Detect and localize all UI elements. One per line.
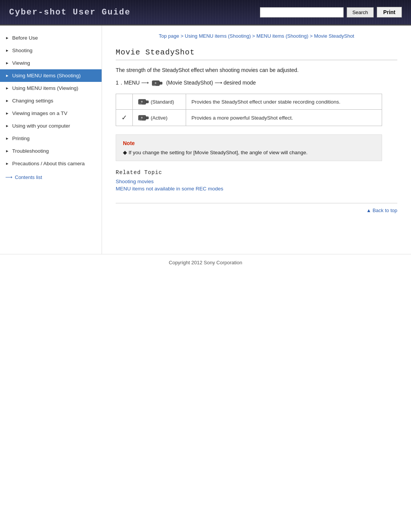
- sidebar-item-5[interactable]: ►Changing settings: [0, 94, 102, 107]
- table-cell-check-0: [116, 94, 133, 110]
- sidebar-arrow-6: ►: [5, 111, 9, 115]
- sidebar-label-2: Viewing: [12, 60, 30, 66]
- table-cell-check-1: ✓: [116, 110, 133, 126]
- sidebar-arrow-2: ►: [5, 61, 9, 65]
- main-layout: ►Before Use►Shooting►Viewing►Using MENU …: [0, 26, 411, 254]
- arrow-sym-1: ⟶: [141, 80, 149, 86]
- svg-text:STD: STD: [153, 85, 156, 86]
- sidebar-item-7[interactable]: ►Using with your computer: [0, 120, 102, 132]
- sidebar-item-6[interactable]: ►Viewing images on a TV: [0, 107, 102, 120]
- mode-label-1: (Active): [151, 115, 167, 121]
- arrow-sym-2: ⟶: [215, 80, 222, 86]
- table-cell-icon-0: STD (Standard): [133, 94, 186, 110]
- sidebar-item-4[interactable]: ►Using MENU items (Viewing): [0, 82, 102, 94]
- related-link-1[interactable]: MENU items not available in some REC mod…: [116, 186, 397, 192]
- breadcrumb-menu-items-shooting[interactable]: MENU items (Shooting): [256, 33, 309, 39]
- svg-rect-6: [146, 101, 148, 103]
- steadyshot-table-icon-0: STD: [138, 98, 150, 105]
- svg-point-13: [141, 117, 143, 118]
- sidebar-arrow-7: ►: [5, 124, 9, 128]
- note-item-0: If you change the setting for [Movie Ste…: [123, 149, 375, 155]
- note-list: If you change the setting for [Movie Ste…: [123, 149, 375, 155]
- sidebar-label-3: Using MENU items (Shooting): [12, 73, 81, 78]
- sidebar-arrow-8: ►: [5, 136, 9, 141]
- sidebar-item-0[interactable]: ►Before Use: [0, 32, 102, 44]
- sidebar-arrow-1: ►: [5, 48, 9, 53]
- related-links: Shooting moviesMENU items not available …: [116, 179, 397, 192]
- sidebar-label-5: Changing settings: [12, 98, 53, 104]
- sidebar-item-10[interactable]: ►Precautions / About this camera: [0, 157, 102, 170]
- related-topic-title: Related Topic: [116, 169, 397, 176]
- steadyshot-icon-step: STD: [152, 79, 163, 87]
- table-row: STD (Standard) Provides the SteadyShot e…: [116, 94, 382, 110]
- page-description: The strength of the SteadyShot effect wh…: [116, 67, 397, 73]
- sidebar-item-9[interactable]: ►Troubleshooting: [0, 145, 102, 157]
- sidebar-label-1: Shooting: [12, 48, 32, 53]
- contents-list-label: Contents list: [15, 174, 42, 180]
- sidebar-footer: ⟶ Contents list: [0, 170, 102, 185]
- sidebar-label-0: Before Use: [12, 35, 38, 41]
- table-cell-icon-1: ACT (Active): [133, 110, 186, 126]
- svg-rect-11: [146, 117, 148, 119]
- print-button[interactable]: Print: [377, 7, 402, 18]
- sidebar-label-7: Using with your computer: [12, 123, 70, 129]
- icon-label-1: ACT (Active): [138, 114, 180, 121]
- note-box: Note If you change the setting for [Movi…: [116, 134, 382, 161]
- svg-text:ACT: ACT: [139, 119, 142, 121]
- site-title: Cyber-shot User Guide: [9, 8, 131, 17]
- sidebar-arrow-5: ►: [5, 99, 9, 103]
- sidebar-label-10: Precautions / About this camera: [12, 161, 85, 166]
- search-button[interactable]: Search: [347, 7, 374, 18]
- header: Cyber-shot User Guide Search Print: [0, 0, 411, 26]
- svg-text:STD: STD: [139, 103, 142, 105]
- page-title: Movie SteadyShot: [116, 48, 397, 57]
- icon-label-0: STD (Standard): [138, 98, 180, 105]
- sidebar-label-4: Using MENU items (Viewing): [12, 85, 78, 91]
- contents-list-link[interactable]: ⟶ Contents list: [5, 174, 42, 180]
- copyright: Copyright 2012 Sony Corporation: [169, 260, 242, 265]
- options-table: STD (Standard) Provides the SteadyShot e…: [116, 94, 382, 126]
- sidebar-item-1[interactable]: ►Shooting: [0, 44, 102, 57]
- check-mark: ✓: [121, 114, 127, 121]
- sidebar-arrow-0: ►: [5, 36, 9, 40]
- footer: Copyright 2012 Sony Corporation: [0, 254, 411, 271]
- sidebar: ►Before Use►Shooting►Viewing►Using MENU …: [0, 26, 102, 254]
- svg-rect-1: [159, 82, 162, 84]
- title-divider: [116, 60, 397, 60]
- sidebar-label-9: Troubleshooting: [12, 148, 49, 154]
- table-row: ✓ ACT (Active) Provides a more powerful …: [116, 110, 382, 126]
- sidebar-arrow-3: ►: [5, 73, 9, 78]
- sidebar-item-3[interactable]: ►Using MENU items (Shooting): [0, 69, 102, 82]
- arrow-icon: ⟶: [5, 174, 13, 180]
- sidebar-arrow-9: ►: [5, 149, 9, 153]
- header-controls: Search Print: [260, 7, 402, 18]
- related-topic: Related Topic Shooting moviesMENU items …: [116, 169, 397, 192]
- step-text: 1．MENU ⟶ STD (Movie SteadyShot) ⟶ desire…: [116, 79, 397, 87]
- table-cell-desc-0: Provides the SteadyShot effect under sta…: [186, 94, 382, 110]
- table-cell-desc-1: Provides a more powerful SteadyShot effe…: [186, 110, 382, 126]
- back-to-top-row: ▲ Back to top: [116, 203, 397, 213]
- mode-label-0: (Standard): [151, 99, 174, 105]
- sidebar-label-8: Printing: [12, 136, 30, 141]
- sidebar-arrow-10: ►: [5, 161, 9, 166]
- breadcrumb-using-menu-shooting[interactable]: Using MENU items (Shooting): [185, 33, 251, 39]
- sidebar-nav: ►Before Use►Shooting►Viewing►Using MENU …: [0, 32, 102, 170]
- sidebar-label-6: Viewing images on a TV: [12, 110, 67, 116]
- back-to-top-link[interactable]: ▲ Back to top: [366, 208, 397, 213]
- breadcrumb-current: Movie SteadyShot: [314, 33, 354, 39]
- svg-point-8: [141, 101, 143, 102]
- sidebar-item-8[interactable]: ►Printing: [0, 132, 102, 145]
- breadcrumb: Top page > Using MENU items (Shooting) >…: [116, 33, 397, 39]
- sidebar-item-2[interactable]: ►Viewing: [0, 57, 102, 69]
- svg-point-3: [155, 82, 156, 84]
- sidebar-arrow-4: ►: [5, 86, 9, 90]
- breadcrumb-top[interactable]: Top page: [159, 33, 179, 39]
- content-area: Top page > Using MENU items (Shooting) >…: [102, 26, 411, 254]
- note-title: Note: [123, 140, 375, 146]
- related-link-0[interactable]: Shooting movies: [116, 179, 397, 184]
- search-input[interactable]: [260, 7, 344, 18]
- steadyshot-table-icon-1: ACT: [138, 114, 150, 121]
